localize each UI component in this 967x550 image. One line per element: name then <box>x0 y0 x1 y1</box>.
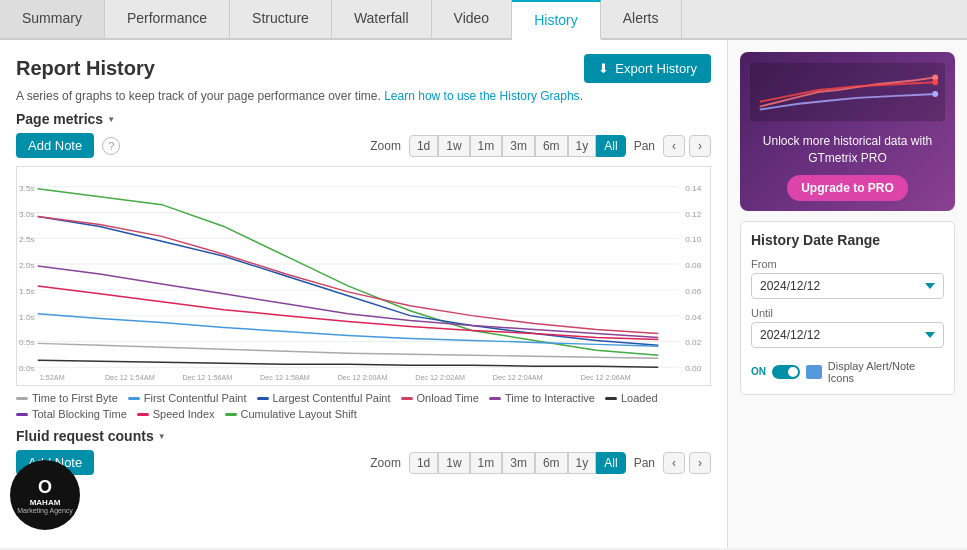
svg-text:0.14: 0.14 <box>685 184 702 193</box>
zoom-3m[interactable]: 3m <box>502 135 535 157</box>
pan-right-2[interactable]: › <box>689 452 711 474</box>
page-title: Report History <box>16 57 155 80</box>
zoom-1m[interactable]: 1m <box>470 135 503 157</box>
zoom-1w[interactable]: 1w <box>438 135 469 157</box>
upgrade-button[interactable]: Upgrade to PRO <box>787 175 908 201</box>
chart1-svg: 3.5s 3.0s 2.5s 2.0s 1.5s 1.0s 0.5s 0.0s … <box>17 167 710 385</box>
tab-structure[interactable]: Structure <box>230 0 332 38</box>
right-panel: Unlock more historical data with GTmetri… <box>727 40 967 548</box>
zoom2-all[interactable]: All <box>596 452 625 474</box>
tab-summary[interactable]: Summary <box>0 0 105 38</box>
from-date-select[interactable]: 2024/12/12 <box>751 273 944 299</box>
promo-chart <box>750 62 945 122</box>
add-note-button-1[interactable]: Add Note <box>16 133 94 158</box>
tab-alerts[interactable]: Alerts <box>601 0 682 38</box>
tab-performance[interactable]: Performance <box>105 0 230 38</box>
date-range-box: History Date Range From 2024/12/12 Until… <box>740 221 955 395</box>
pan-label-2: Pan <box>634 456 655 470</box>
pan-label-1: Pan <box>634 139 655 153</box>
watermark-brand: MAHAM <box>17 498 73 507</box>
zoom-1y[interactable]: 1y <box>568 135 597 157</box>
export-button[interactable]: ⬇ Export History <box>584 54 711 83</box>
legend-lcp: Largest Contentful Paint <box>257 392 391 404</box>
svg-text:0.5s: 0.5s <box>19 339 35 348</box>
toggle-row: ON Display Alert/Note Icons <box>751 360 944 384</box>
svg-text:2.0s: 2.0s <box>19 261 35 270</box>
svg-text:3.0s: 3.0s <box>19 210 35 219</box>
pan-buttons-1: ‹ › <box>663 135 711 157</box>
svg-text:0.10: 0.10 <box>685 235 702 244</box>
svg-text:0.00: 0.00 <box>685 364 702 373</box>
svg-text:Dec 12 1:54AM: Dec 12 1:54AM <box>105 374 155 382</box>
toggle-display-label: Display Alert/Note Icons <box>828 360 944 384</box>
pan-right-1[interactable]: › <box>689 135 711 157</box>
promo-text: Unlock more historical data with GTmetri… <box>750 133 945 167</box>
zoom2-3m[interactable]: 3m <box>502 452 535 474</box>
zoom-buttons-2: 1d 1w 1m 3m 6m 1y All <box>409 452 626 474</box>
page-metrics-title: Page metrics <box>16 111 711 127</box>
zoom2-1m[interactable]: 1m <box>470 452 503 474</box>
svg-text:0.0s: 0.0s <box>19 364 35 373</box>
zoom-label-1: Zoom <box>370 139 401 153</box>
pan-buttons-2: ‹ › <box>663 452 711 474</box>
page-metrics-chart: 3.5s 3.0s 2.5s 2.0s 1.5s 1.0s 0.5s 0.0s … <box>16 166 711 386</box>
svg-text:0.04: 0.04 <box>685 313 702 322</box>
svg-text:0.02: 0.02 <box>685 339 702 348</box>
legend-cls: Cumulative Layout Shift <box>225 408 357 420</box>
chart1-controls: Add Note ? Zoom 1d 1w 1m 3m 6m 1y All Pa… <box>16 133 711 158</box>
zoom-buttons-1: 1d 1w 1m 3m 6m 1y All <box>409 135 626 157</box>
svg-text:Dec 12 1:58AM: Dec 12 1:58AM <box>260 374 310 382</box>
toggle-color-box <box>806 365 822 379</box>
legend-tti: Time to Interactive <box>489 392 595 404</box>
zoom-6m[interactable]: 6m <box>535 135 568 157</box>
history-graphs-link[interactable]: Learn how to use the History Graphs <box>384 89 579 103</box>
legend-fcp: First Contentful Paint <box>128 392 247 404</box>
legend-tbt: Total Blocking Time <box>16 408 127 420</box>
date-range-title: History Date Range <box>751 232 944 248</box>
section2: Fluid request counts Add Note Zoom 1d 1w… <box>16 428 711 475</box>
zoom2-1w[interactable]: 1w <box>438 452 469 474</box>
legend-ttfb: Time to First Byte <box>16 392 118 404</box>
zoom2-6m[interactable]: 6m <box>535 452 568 474</box>
left-panel: Report History ⬇ Export History A series… <box>0 40 727 548</box>
description: A series of graphs to keep track of your… <box>16 89 711 103</box>
pan-left-2[interactable]: ‹ <box>663 452 685 474</box>
report-header: Report History ⬇ Export History <box>16 54 711 83</box>
legend-onload: Onload Time <box>401 392 479 404</box>
zoom-all[interactable]: All <box>596 135 625 157</box>
svg-text:Dec 12 2:04AM: Dec 12 2:04AM <box>493 374 543 382</box>
help-icon-1[interactable]: ? <box>102 137 120 155</box>
svg-point-35 <box>932 91 938 97</box>
svg-point-34 <box>932 79 938 85</box>
svg-text:0.06: 0.06 <box>685 287 702 296</box>
promo-box: Unlock more historical data with GTmetri… <box>740 52 955 211</box>
zoom-label-2: Zoom <box>370 456 401 470</box>
zoom2-1y[interactable]: 1y <box>568 452 597 474</box>
svg-text:Dec 12 2:00AM: Dec 12 2:00AM <box>338 374 388 382</box>
svg-text:0.08: 0.08 <box>685 261 702 270</box>
tab-video[interactable]: Video <box>432 0 513 38</box>
svg-text:1.5s: 1.5s <box>19 287 35 296</box>
svg-text:2.5s: 2.5s <box>19 235 35 244</box>
tab-history[interactable]: History <box>512 0 601 40</box>
svg-text:1.0s: 1.0s <box>19 313 35 322</box>
svg-text:Dec 12 1:56AM: Dec 12 1:56AM <box>182 374 232 382</box>
until-label: Until <box>751 307 944 319</box>
from-field: From 2024/12/12 <box>751 258 944 307</box>
pan-left-1[interactable]: ‹ <box>663 135 685 157</box>
watermark: O MAHAM Marketing Agency <box>10 460 80 530</box>
alert-toggle[interactable] <box>772 365 800 379</box>
tabs-bar: Summary Performance Structure Waterfall … <box>0 0 967 40</box>
zoom-1d[interactable]: 1d <box>409 135 438 157</box>
until-date-select[interactable]: 2024/12/12 <box>751 322 944 348</box>
from-label: From <box>751 258 944 270</box>
watermark-circle: O MAHAM Marketing Agency <box>10 460 80 530</box>
legend-loaded: Loaded <box>605 392 658 404</box>
watermark-agency: Marketing Agency <box>17 507 73 514</box>
tab-waterfall[interactable]: Waterfall <box>332 0 432 38</box>
zoom2-1d[interactable]: 1d <box>409 452 438 474</box>
toggle-on-label: ON <box>751 366 766 377</box>
svg-text:0.12: 0.12 <box>685 210 702 219</box>
legend-si: Speed Index <box>137 408 215 420</box>
download-icon: ⬇ <box>598 61 609 76</box>
